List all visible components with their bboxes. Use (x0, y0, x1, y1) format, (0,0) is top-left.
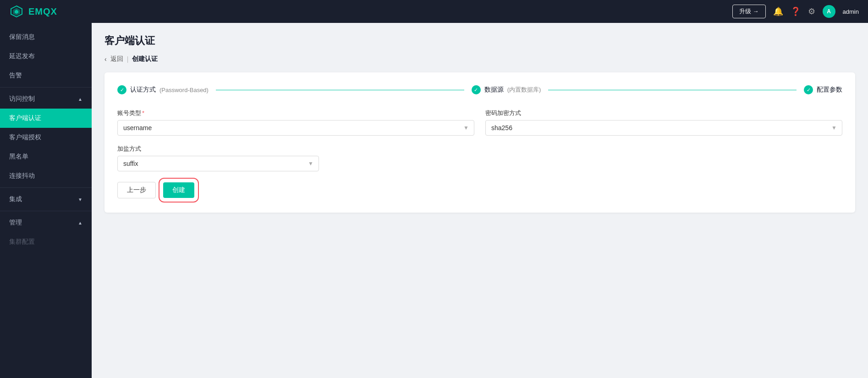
breadcrumb: ‹ 返回 | 创建认证 (104, 55, 855, 63)
account-type-group: 账号类型* username clientid ▼ (117, 109, 474, 136)
salt-method-select[interactable]: suffix prefix disable (117, 156, 319, 171)
step-2-sub: (内置数据库) (507, 86, 541, 94)
content-area: 客户端认证 ‹ 返回 | 创建认证 ✓ 认证方式 (Password-Based… (92, 23, 868, 378)
password-encrypt-label: 密码加密方式 (485, 109, 842, 117)
create-button[interactable]: 创建 (163, 182, 194, 198)
step-3: ✓ 配置参数 (804, 85, 842, 94)
required-mark: * (142, 110, 144, 116)
chevron-up-icon: ▲ (78, 97, 82, 102)
settings-icon[interactable]: ⚙ (808, 6, 815, 16)
sidebar-item-client-authz[interactable]: 客户端授权 (0, 128, 92, 147)
breadcrumb-back-arrow: ‹ (104, 55, 107, 63)
step-3-label: 配置参数 (817, 86, 842, 94)
sidebar-section-access-control[interactable]: 访问控制 ▲ (0, 89, 92, 109)
step-line-1 (216, 90, 464, 90)
btn-row: 上一步 创建 (117, 181, 842, 200)
password-encrypt-select-wrapper: sha256 md5 sha512 bcrypt ▼ (485, 120, 842, 136)
sidebar-item-delay-pub[interactable]: 延迟发布 (0, 47, 92, 66)
account-type-label: 账号类型* (117, 109, 474, 117)
page-title: 客户端认证 (104, 34, 855, 48)
step-2-check-icon: ✓ (472, 85, 481, 94)
step-1-check-icon: ✓ (117, 85, 126, 94)
account-type-select-wrapper: username clientid ▼ (117, 120, 474, 136)
form-row-2: 加盐方式 suffix prefix disable ▼ (117, 145, 842, 171)
sidebar-item-cluster-config[interactable]: 集群配置 (0, 232, 92, 252)
sidebar-divider-2 (0, 187, 92, 188)
chevron-down-icon: ▼ (78, 197, 82, 202)
step-line-2 (548, 90, 797, 90)
header-right: 升级 → 🔔 ❓ ⚙ A admin (732, 5, 859, 18)
prev-button[interactable]: 上一步 (117, 182, 156, 198)
notification-icon[interactable]: 🔔 (773, 6, 783, 16)
form-row-1: 账号类型* username clientid ▼ 密码加密方式 sh (117, 109, 842, 136)
main-card: ✓ 认证方式 (Password-Based) ✓ 数据源 (内置数据库) ✓ … (104, 72, 855, 213)
create-button-highlight: 创建 (161, 181, 196, 200)
breadcrumb-current: 创建认证 (132, 55, 158, 63)
sidebar-section-integration[interactable]: 集成 ▼ (0, 190, 92, 209)
salt-method-select-wrapper: suffix prefix disable ▼ (117, 156, 319, 171)
app-header: EMQX 升级 → 🔔 ❓ ⚙ A admin (0, 0, 868, 23)
step-1: ✓ 认证方式 (Password-Based) (117, 85, 209, 94)
sidebar-item-retain-msg[interactable]: 保留消息 (0, 27, 92, 47)
chevron-up-icon-2: ▲ (78, 220, 82, 225)
main-layout: 保留消息 延迟发布 告警 访问控制 ▲ 客户端认证 客户端授权 黑名单 连接抖动… (0, 23, 868, 378)
breadcrumb-back-link[interactable]: 返回 (110, 55, 123, 63)
upgrade-button[interactable]: 升级 → (732, 5, 766, 18)
steps-bar: ✓ 认证方式 (Password-Based) ✓ 数据源 (内置数据库) ✓ … (117, 85, 842, 94)
sidebar: 保留消息 延迟发布 告警 访问控制 ▲ 客户端认证 客户端授权 黑名单 连接抖动… (0, 23, 92, 378)
password-encrypt-select[interactable]: sha256 md5 sha512 bcrypt (485, 120, 842, 136)
account-type-select[interactable]: username clientid (117, 120, 474, 136)
salt-method-label: 加盐方式 (117, 145, 319, 153)
breadcrumb-separator: | (127, 55, 129, 63)
sidebar-item-conn-jitter[interactable]: 连接抖动 (0, 166, 92, 186)
step-1-sub: (Password-Based) (159, 87, 209, 93)
sidebar-item-client-auth[interactable]: 客户端认证 (0, 109, 92, 128)
step-2-label: 数据源 (484, 86, 504, 94)
logo: EMQX (9, 4, 57, 19)
step-2: ✓ 数据源 (内置数据库) (472, 85, 541, 94)
salt-method-group: 加盐方式 suffix prefix disable ▼ (117, 145, 319, 171)
password-encrypt-group: 密码加密方式 sha256 md5 sha512 bcrypt ▼ (485, 109, 842, 136)
avatar: A (823, 5, 835, 18)
logo-text: EMQX (28, 6, 57, 17)
sidebar-item-blacklist[interactable]: 黑名单 (0, 147, 92, 166)
admin-label: admin (843, 8, 859, 15)
step-3-check-icon: ✓ (804, 85, 813, 94)
sidebar-divider (0, 87, 92, 88)
sidebar-divider-3 (0, 211, 92, 211)
sidebar-item-alarm[interactable]: 告警 (0, 66, 92, 85)
sidebar-section-manage[interactable]: 管理 ▲ (0, 213, 92, 232)
step-1-label: 认证方式 (130, 86, 156, 94)
help-icon[interactable]: ❓ (791, 6, 801, 16)
logo-icon (9, 4, 24, 19)
